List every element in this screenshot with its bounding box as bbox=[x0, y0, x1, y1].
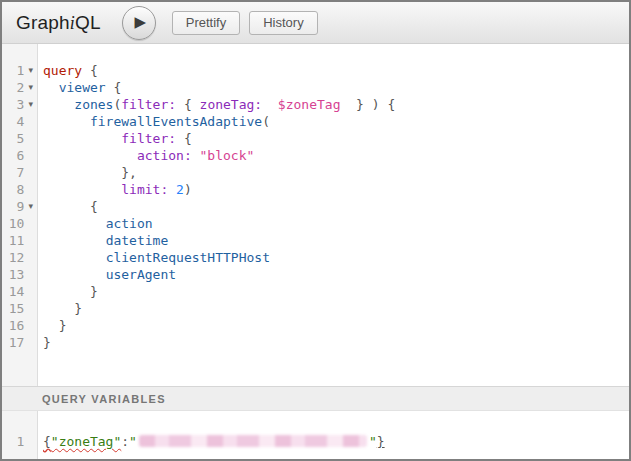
line-number: 10 bbox=[2, 215, 24, 232]
toolbar: GraphiQL ▶ Prettify History bbox=[2, 2, 629, 44]
variables-code-area[interactable]: {"zoneTag":""} bbox=[38, 411, 629, 459]
gutter-row: 16 bbox=[2, 317, 37, 334]
line-number-gutter: 1▾2▾3▾456789▾1011121314151617 bbox=[2, 44, 38, 386]
logo-text: Graph bbox=[16, 12, 70, 33]
gutter-row: 9▾ bbox=[2, 198, 37, 215]
query-variables-header[interactable]: QUERY VARIABLES bbox=[2, 386, 629, 411]
gutter-row: 3▾ bbox=[2, 96, 37, 113]
line-number: 11 bbox=[2, 232, 24, 249]
fold-arrow-icon[interactable]: ▾ bbox=[24, 198, 37, 215]
line-number: 16 bbox=[2, 317, 24, 334]
line-number: 5 bbox=[2, 130, 24, 147]
code-line: } bbox=[43, 300, 629, 317]
code-line: zones(filter: { zoneTag: $zoneTag } ) { bbox=[43, 96, 629, 113]
gutter-row: 4 bbox=[2, 113, 37, 130]
line-number: 13 bbox=[2, 266, 24, 283]
gutter-row: 11 bbox=[2, 232, 37, 249]
gutter-row: 1 bbox=[2, 433, 37, 450]
code-line: datetime bbox=[43, 232, 629, 249]
logo-text-suffix: QL bbox=[75, 12, 101, 33]
line-number: 7 bbox=[2, 164, 24, 181]
code-line: firewallEventsAdaptive( bbox=[43, 113, 629, 130]
gutter-row: 10 bbox=[2, 215, 37, 232]
line-number: 4 bbox=[2, 113, 24, 130]
code-line: limit: 2) bbox=[43, 181, 629, 198]
prettify-button[interactable]: Prettify bbox=[172, 11, 240, 35]
code-line: action: "block" bbox=[43, 147, 629, 164]
code-line: }, bbox=[43, 164, 629, 181]
variables-editor[interactable]: 1 {"zoneTag":""} bbox=[2, 411, 629, 459]
play-icon: ▶ bbox=[131, 15, 146, 30]
line-number: 2 bbox=[2, 79, 24, 96]
line-number: 15 bbox=[2, 300, 24, 317]
gutter-row: 1▾ bbox=[2, 62, 37, 79]
query-variables-title: QUERY VARIABLES bbox=[42, 393, 166, 405]
code-line: {"zoneTag":""} bbox=[43, 433, 629, 450]
line-number: 1 bbox=[2, 433, 24, 450]
code-line: query { bbox=[43, 62, 629, 79]
gutter-row: 5 bbox=[2, 130, 37, 147]
line-number: 6 bbox=[2, 147, 24, 164]
gutter-row: 6 bbox=[2, 147, 37, 164]
gutter-row: 2▾ bbox=[2, 79, 37, 96]
gutter-row: 15 bbox=[2, 300, 37, 317]
gutter-row: 14 bbox=[2, 283, 37, 300]
line-number: 14 bbox=[2, 283, 24, 300]
query-editor[interactable]: 1▾2▾3▾456789▾1011121314151617 query { vi… bbox=[2, 44, 629, 386]
line-number: 8 bbox=[2, 181, 24, 198]
code-line: } bbox=[43, 283, 629, 300]
graphiql-window: GraphiQL ▶ Prettify History 1▾2▾3▾456789… bbox=[0, 0, 631, 461]
fold-arrow-icon[interactable]: ▾ bbox=[24, 96, 37, 113]
gutter-row: 12 bbox=[2, 249, 37, 266]
app-logo: GraphiQL bbox=[16, 12, 101, 34]
history-button[interactable]: History bbox=[249, 11, 317, 35]
line-number: 1 bbox=[2, 62, 24, 79]
variables-line-number-gutter: 1 bbox=[2, 411, 38, 459]
code-line: filter: { bbox=[43, 130, 629, 147]
code-line: action bbox=[43, 215, 629, 232]
execute-query-button[interactable]: ▶ bbox=[122, 6, 156, 40]
gutter-row: 13 bbox=[2, 266, 37, 283]
gutter-row: 8 bbox=[2, 181, 37, 198]
code-line: userAgent bbox=[43, 266, 629, 283]
fold-arrow-icon[interactable]: ▾ bbox=[24, 79, 37, 96]
fold-arrow-icon[interactable]: ▾ bbox=[24, 62, 37, 79]
line-number: 12 bbox=[2, 249, 24, 266]
line-number: 17 bbox=[2, 334, 24, 351]
query-code-area[interactable]: query { viewer { zones(filter: { zoneTag… bbox=[38, 44, 629, 386]
gutter-row: 17 bbox=[2, 334, 37, 351]
code-line: } bbox=[43, 334, 629, 351]
code-line: clientRequestHTTPHost bbox=[43, 249, 629, 266]
line-number: 3 bbox=[2, 96, 24, 113]
line-number: 9 bbox=[2, 198, 24, 215]
code-line: { bbox=[43, 198, 629, 215]
gutter-row: 7 bbox=[2, 164, 37, 181]
code-line: } bbox=[43, 317, 629, 334]
redacted-zone-tag-value bbox=[139, 435, 367, 447]
code-line: viewer { bbox=[43, 79, 629, 96]
